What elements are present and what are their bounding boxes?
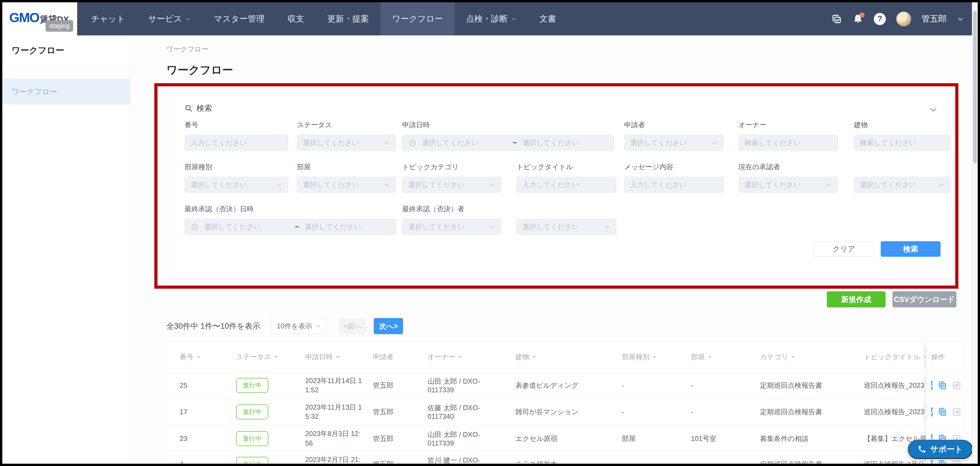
logo[interactable]: GMO賃貸DX staging <box>2 2 77 35</box>
filter-label: ステータス <box>297 120 396 129</box>
number-input[interactable]: 入力してください <box>185 135 288 151</box>
final-approver-step-select[interactable]: 選択してください <box>402 219 501 235</box>
vertical-scrollbar[interactable] <box>972 2 978 464</box>
table-row: 4進行中2023年2月7日 21:05管五郎皆川 健一 / DXO-355939… <box>167 452 964 464</box>
filter-label: 申請者 <box>624 120 724 129</box>
filter-applied-at: 申請日時 選択してください ~ 選択してください <box>402 120 614 151</box>
nav-item-5[interactable]: ワークフロー <box>380 2 455 35</box>
building-search-input[interactable]: 検索してください <box>854 135 950 151</box>
column-header-applied_at[interactable]: 申請日時 <box>301 341 368 372</box>
table-header-row: 番号ステータス申請日時申請者オーナー建物部屋種別部屋カテゴリトピックタイトル操作 <box>167 341 964 372</box>
column-header-category[interactable]: カテゴリ <box>756 341 859 372</box>
filter-label: メッセージ内容 <box>624 162 724 171</box>
sidebar-item-workflow[interactable]: ワークフロー <box>2 79 130 105</box>
edit-icon[interactable] <box>952 407 962 417</box>
nav-item-7[interactable]: 文書 <box>528 2 568 35</box>
topic-title-input[interactable]: 入力してください <box>517 177 616 193</box>
clear-button[interactable]: クリア <box>814 241 874 257</box>
nav-item-1[interactable]: サービス <box>137 2 202 35</box>
duplicate-icon[interactable] <box>937 407 947 417</box>
column-header-building[interactable]: 建物 <box>511 341 617 372</box>
topic-category-select[interactable]: 選択してください <box>402 177 501 193</box>
nav-item-0[interactable]: チャット <box>80 2 137 35</box>
info-icon[interactable]: i <box>931 380 933 390</box>
search-actions: クリア 検索 <box>814 241 940 257</box>
info-icon[interactable]: i <box>931 407 933 417</box>
filter-label <box>517 204 616 213</box>
current-approver-step-select[interactable]: 選択してください <box>738 177 838 193</box>
column-header-status[interactable]: ステータス <box>231 341 301 372</box>
nav-item-4[interactable]: 更新・提案 <box>316 2 380 35</box>
support-button[interactable]: サポート <box>908 440 972 459</box>
nav-item-2[interactable]: マスター管理 <box>202 2 276 35</box>
csv-download-button[interactable]: CSVダウンロード <box>892 291 956 307</box>
sort-caret-icon <box>196 356 200 360</box>
breadcrumb: ワークフロー <box>166 45 208 54</box>
applied-at-range-picker[interactable]: 選択してください ~ 選択してください <box>402 135 614 151</box>
column-header-room[interactable]: 部屋 <box>686 341 756 372</box>
final-approved-at-range-picker[interactable]: 選択してください ~ 選択してください <box>185 219 396 235</box>
filter-building: 建物 検索してください <box>854 120 950 151</box>
result-summary: 全30件中 1件〜10件を表示 <box>166 321 260 331</box>
column-header-number[interactable]: 番号 <box>167 341 231 372</box>
next-page-button[interactable]: 次へ> <box>374 318 403 334</box>
sort-caret-icon <box>458 356 462 360</box>
column-header-room_type[interactable]: 部屋種別 <box>617 341 686 372</box>
cell-applied_at: 2023年11月14日 11:52 <box>301 372 368 398</box>
search-panel-header[interactable]: 検索 <box>185 103 212 113</box>
help-icon[interactable]: ? <box>874 13 886 25</box>
collapse-chevron-icon[interactable] <box>929 105 938 115</box>
filter-label: 最終承認（否決）者 <box>402 204 501 213</box>
column-header-label: オーナー <box>428 353 455 361</box>
row-actions: i <box>931 380 959 390</box>
chevron-down-icon <box>489 181 495 188</box>
avatar[interactable] <box>896 11 911 27</box>
page-size-select[interactable]: 10件を表示 <box>271 318 326 334</box>
user-name[interactable]: 管五郎 <box>921 13 947 25</box>
chevron-down-icon <box>938 181 944 188</box>
nav-item-label: 文書 <box>539 13 556 25</box>
filter-final-approver-user: 選択してください <box>517 204 616 235</box>
column-header-topic_title[interactable]: トピックタイトル <box>859 341 926 372</box>
filter-owner: オーナー 検索してください <box>738 120 838 151</box>
filter-label: オーナー <box>738 120 838 129</box>
sort-caret-icon <box>652 356 656 360</box>
nav-item-label: 点検・診断 <box>466 13 508 25</box>
room-type-select[interactable]: 選択してください <box>185 177 288 193</box>
filter-label <box>854 162 950 171</box>
applicant-select[interactable]: 選択してください <box>624 135 724 151</box>
nav-item-3[interactable]: 収支 <box>276 2 316 35</box>
info-icon[interactable]: i <box>931 460 933 464</box>
room-select[interactable]: 選択してください <box>297 177 396 193</box>
filter-label: 部屋 <box>297 162 396 171</box>
search-button[interactable]: 検索 <box>881 241 940 257</box>
edit-icon[interactable] <box>952 460 962 464</box>
cell-room_type: - <box>617 372 686 398</box>
duplicate-icon[interactable] <box>937 380 947 390</box>
column-header-label: カテゴリ <box>760 353 788 361</box>
status-select[interactable]: 選択してください <box>297 135 396 151</box>
duplicate-icon[interactable] <box>937 460 947 464</box>
filter-current-approver: 現在の承認者 選択してください <box>738 162 838 193</box>
final-approver-user-select[interactable]: 選択してください <box>517 219 616 235</box>
column-header-applicant: 申請者 <box>368 341 423 372</box>
owner-search-input[interactable]: 検索してください <box>738 135 838 151</box>
chevron-down-icon[interactable] <box>957 16 964 22</box>
cell-status: 進行中 <box>231 398 301 426</box>
column-header-owner[interactable]: オーナー <box>423 341 511 372</box>
create-button[interactable]: 新規作成 <box>827 291 886 307</box>
edit-icon[interactable] <box>952 380 962 390</box>
tasks-icon[interactable] <box>831 14 842 24</box>
screenshot-frame: GMO賃貸DX staging チャットサービスマスター管理収支更新・提案ワーク… <box>0 0 980 466</box>
nav-right: ? 管五郎 <box>831 2 964 35</box>
scrollbar-thumb[interactable] <box>973 11 977 164</box>
logo-gmo: GMO <box>9 10 39 25</box>
message-input[interactable]: 入力してください <box>624 177 724 193</box>
current-approver-user-select[interactable]: 選択してください <box>854 177 950 193</box>
notifications-bell-icon[interactable] <box>853 14 864 24</box>
nav-item-6[interactable]: 点検・診断 <box>455 2 528 35</box>
page-title: ワークフロー <box>166 63 233 78</box>
column-header-label: 番号 <box>180 353 194 361</box>
prev-page-button[interactable]: <前へ <box>339 318 366 334</box>
chevron-down-icon <box>511 16 517 22</box>
